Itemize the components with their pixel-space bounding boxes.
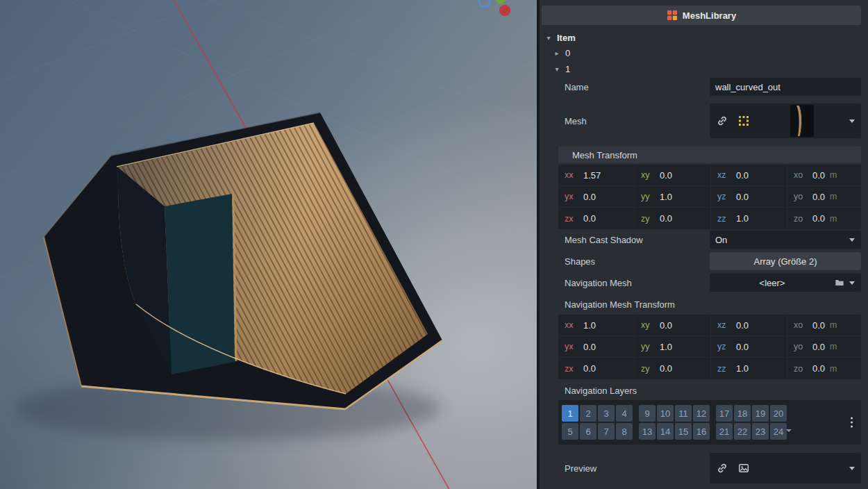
navigation-mesh-value: <leer> <box>710 278 835 288</box>
chevron-down-icon[interactable] <box>849 281 855 285</box>
axis-value: 1.0 <box>660 342 672 352</box>
axis-value: 0.0 <box>736 170 749 181</box>
preview-resource-picker[interactable] <box>710 453 861 483</box>
shapes-array-button[interactable]: Array (Größe 2) <box>710 252 861 270</box>
mesh-transform-grid: xx1.57 xy0.0 xz0.0 xo0.0m yx0.0 yy1.0 yz… <box>558 165 861 229</box>
nt-cell-yy[interactable]: yy1.0 <box>635 336 711 357</box>
chevron-down-icon[interactable] <box>849 119 855 123</box>
link-icon[interactable] <box>717 115 728 126</box>
mt-cell-zy[interactable]: zy0.0 <box>635 208 711 229</box>
mesh-points-icon <box>738 115 749 126</box>
nav-transform-label: Navigation Mesh Transform <box>565 299 675 310</box>
mt-cell-zz[interactable]: zz1.0 <box>711 208 787 229</box>
nav-layer-button-8[interactable]: 8 <box>616 423 633 440</box>
nav-layer-button-17[interactable]: 17 <box>716 405 733 422</box>
cast-shadow-dropdown[interactable]: On <box>710 231 861 249</box>
gizmo-x-ball <box>499 5 510 16</box>
name-input[interactable]: wall_curved_out <box>710 78 861 96</box>
nav-layer-button-9[interactable]: 9 <box>639 405 656 422</box>
gizmo-ring <box>479 0 490 7</box>
axis-label: xz <box>717 170 730 180</box>
axis-label: xo <box>794 320 806 330</box>
mesh-object[interactable] <box>44 113 442 409</box>
editor-root: MeshLibrary ▾ Item ▸ 0 ▾ 1 Name wall_cur… <box>0 0 868 489</box>
mt-cell-xo[interactable]: xo0.0m <box>787 165 861 185</box>
nav-layer-button-22[interactable]: 22 <box>734 423 751 440</box>
mesh-preview-thumbnail[interactable] <box>790 105 814 137</box>
nav-layer-button-4[interactable]: 4 <box>616 405 633 422</box>
nt-cell-zx[interactable]: zx0.0 <box>558 358 635 379</box>
mesh-resource-picker[interactable] <box>710 103 861 138</box>
shapes-array-value: Array (Größe 2) <box>753 256 817 267</box>
layers-menu-icon[interactable] <box>851 417 853 428</box>
nav-layer-button-20[interactable]: 20 <box>770 405 787 422</box>
mt-cell-yy[interactable]: yy1.0 <box>635 186 711 207</box>
mt-cell-yo[interactable]: yo0.0m <box>787 186 861 207</box>
unit-suffix: m <box>830 364 837 374</box>
nav-layer-button-18[interactable]: 18 <box>734 405 751 422</box>
mt-cell-xz[interactable]: xz0.0 <box>711 165 787 185</box>
tree-item-1-label: 1 <box>565 64 570 74</box>
nav-layer-button-10[interactable]: 10 <box>657 405 674 422</box>
nav-layer-button-24[interactable]: 24 <box>770 423 787 440</box>
chevron-down-icon[interactable]: ▾ <box>554 65 560 73</box>
nav-layer-button-2[interactable]: 2 <box>580 405 596 422</box>
tree-item-0[interactable]: ▸ 0 <box>540 45 868 60</box>
nav-layer-button-5[interactable]: 5 <box>562 423 578 440</box>
resource-title: MeshLibrary <box>683 10 736 21</box>
transform-row: zx0.0 zy0.0 zz1.0 zo0.0m <box>558 358 861 379</box>
nav-layer-button-19[interactable]: 19 <box>752 405 769 422</box>
nav-layer-button-16[interactable]: 16 <box>693 423 710 440</box>
mt-cell-xx[interactable]: xx1.57 <box>558 165 635 185</box>
nt-cell-xo[interactable]: xo0.0m <box>787 315 861 335</box>
nav-layer-button-1[interactable]: 1 <box>562 405 578 422</box>
nav-layer-button-11[interactable]: 11 <box>675 405 692 422</box>
expand-layers-chevron[interactable] <box>786 432 792 442</box>
unit-suffix: m <box>830 320 837 330</box>
nav-layer-button-13[interactable]: 13 <box>639 423 656 440</box>
nt-cell-xx[interactable]: xx1.0 <box>558 315 635 335</box>
axis-label: yz <box>717 192 730 201</box>
nav-layer-button-12[interactable]: 12 <box>693 405 710 422</box>
nav-layer-button-21[interactable]: 21 <box>716 423 733 440</box>
link-icon[interactable] <box>717 463 728 474</box>
3d-viewport[interactable] <box>0 0 537 489</box>
view-gizmo[interactable] <box>479 0 510 16</box>
nt-cell-yz[interactable]: yz0.0 <box>711 336 787 357</box>
nt-cell-yx[interactable]: yx0.0 <box>558 336 635 357</box>
mt-cell-yz[interactable]: yz0.0 <box>711 186 787 207</box>
nav-layer-button-14[interactable]: 14 <box>657 423 674 440</box>
navigation-mesh-dropdown[interactable]: <leer> <box>710 274 861 292</box>
navigation-mesh-row: Navigation Mesh <leer> <box>540 274 868 292</box>
mesh-transform-label: Mesh Transform <box>572 150 637 160</box>
nav-layer-button-6[interactable]: 6 <box>580 423 596 440</box>
mt-cell-yx[interactable]: yx0.0 <box>558 186 635 207</box>
nt-cell-zy[interactable]: zy0.0 <box>635 358 711 379</box>
nav-layer-button-15[interactable]: 15 <box>675 423 692 440</box>
chevron-down-icon[interactable]: ▾ <box>546 34 551 42</box>
tree-item-1[interactable]: ▾ 1 <box>540 60 868 77</box>
mt-cell-zx[interactable]: zx0.0 <box>558 208 635 229</box>
axis-value: 0.0 <box>660 320 672 331</box>
axis-value: 0.0 <box>812 213 825 224</box>
navigation-layers-label: Navigation Layers <box>565 386 637 396</box>
nt-cell-zz[interactable]: zz1.0 <box>711 358 787 379</box>
nt-cell-zo[interactable]: zo0.0m <box>787 358 861 379</box>
nav-layer-button-23[interactable]: 23 <box>752 423 769 440</box>
mt-cell-xy[interactable]: xy0.0 <box>635 165 711 185</box>
folder-icon[interactable] <box>835 278 844 288</box>
nt-cell-yo[interactable]: yo0.0m <box>787 336 861 357</box>
axis-label: xx <box>565 320 577 330</box>
tree-item-root[interactable]: ▾ Item <box>540 30 868 45</box>
nt-cell-xy[interactable]: xy0.0 <box>635 315 711 335</box>
cast-shadow-value: On <box>710 235 727 245</box>
chevron-right-icon[interactable]: ▸ <box>554 49 560 57</box>
name-row: Name wall_curved_out <box>540 78 868 96</box>
nav-layer-button-7[interactable]: 7 <box>598 423 615 440</box>
nav-layer-button-3[interactable]: 3 <box>598 405 615 422</box>
chevron-down-icon[interactable] <box>849 238 855 242</box>
nt-cell-xz[interactable]: xz0.0 <box>711 315 787 335</box>
chevron-down-icon[interactable] <box>849 467 855 470</box>
mesh-row: Mesh <box>540 103 868 138</box>
mt-cell-zo[interactable]: zo0.0m <box>787 208 861 229</box>
